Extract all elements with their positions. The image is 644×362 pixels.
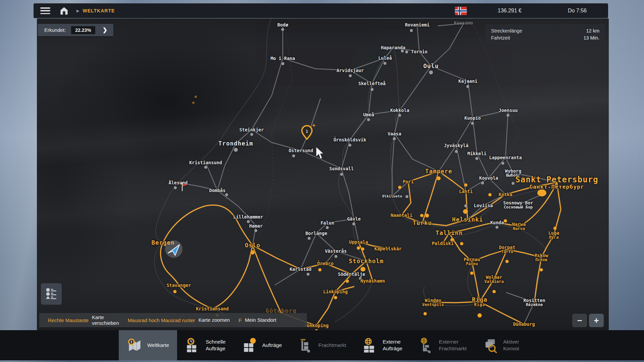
city-riga[interactable]: RigaRīga bbox=[472, 296, 487, 307]
city-label: Lappeenranta bbox=[489, 155, 522, 160]
city-kristiansund[interactable]: Kristiansund bbox=[189, 160, 222, 165]
city-tallinn[interactable]: Tallinn bbox=[436, 230, 463, 236]
nav-item-schnelle-auftrage[interactable]: Schnelle Aufträge bbox=[177, 330, 233, 360]
city-label: Steinkjer bbox=[239, 127, 264, 132]
city-lahti[interactable]: Lahti bbox=[459, 189, 473, 194]
city-trondheim[interactable]: Trondheim bbox=[218, 140, 253, 147]
city-loviisa[interactable]: Loviisa bbox=[474, 203, 493, 208]
city-label: Bodø bbox=[277, 22, 288, 27]
city-stockholm[interactable]: Stockholm bbox=[349, 258, 384, 264]
city-nynashamn[interactable]: Nynäshamn bbox=[360, 278, 385, 284]
route-info-panel: Streckenlänge12 kmFahrtzeit13 Min. bbox=[486, 24, 605, 45]
city-ostersund[interactable]: Östersund bbox=[288, 148, 313, 153]
nav-item-externer-frachtmarkt: Externer Frachtmarkt bbox=[411, 330, 475, 360]
city-mo-i-rana[interactable]: Mo i Rana bbox=[270, 56, 295, 61]
map-legend-button[interactable] bbox=[41, 283, 62, 305]
city-vasteras[interactable]: Västerås bbox=[325, 248, 346, 254]
world-map[interactable]: BodøMo i RanaRovaniemiKuusamoHaparandaTo… bbox=[37, 18, 609, 330]
city-windau[interactable]: WindauVentspils bbox=[422, 298, 444, 307]
city-rovaniemi[interactable]: Rovaniemi bbox=[405, 22, 429, 27]
city-pskow[interactable]: PskowПсков bbox=[535, 253, 548, 262]
city-pori[interactable]: Pori bbox=[403, 179, 414, 184]
city-kunda[interactable]: Kunda bbox=[490, 220, 504, 225]
city-kokkola[interactable]: Kokkola bbox=[390, 108, 410, 113]
city-dombas[interactable]: Dombås bbox=[209, 188, 226, 193]
city-rositten[interactable]: RosittenRēzekne bbox=[523, 298, 545, 307]
city-dorpat[interactable]: DorpatTartu bbox=[499, 245, 516, 254]
city-olkiluoto[interactable]: Olkiluoto bbox=[382, 194, 402, 198]
city-label: Linköping bbox=[323, 289, 347, 294]
city-sodertalje[interactable]: Södertälje bbox=[338, 272, 365, 277]
city-label: Oulu bbox=[423, 63, 439, 69]
nav-item-auftrage[interactable]: Aufträge bbox=[234, 330, 290, 360]
city-bodo[interactable]: Bodø bbox=[277, 22, 288, 27]
city-karlstad[interactable]: Karlstad bbox=[289, 266, 311, 272]
menu-button[interactable] bbox=[40, 7, 50, 14]
city-steinkjer[interactable]: Steinkjer bbox=[239, 127, 264, 132]
city-label: Lahti bbox=[459, 189, 473, 194]
city-orebro[interactable]: Örebro bbox=[317, 261, 334, 266]
city-label: Rovaniemi bbox=[405, 22, 429, 27]
city-sublabel: Сосновый Бор bbox=[503, 205, 533, 209]
city-uppsala[interactable]: Uppsala bbox=[349, 239, 368, 245]
city-dot bbox=[540, 268, 543, 272]
city-sosnowy-bor[interactable]: Sosnowy BorСосновый Бор bbox=[503, 200, 533, 209]
city-hamar[interactable]: Hamar bbox=[249, 223, 263, 229]
city-tampere[interactable]: Tampere bbox=[425, 168, 452, 175]
city-borlange[interactable]: Borlänge bbox=[305, 231, 327, 236]
zoom-in-button[interactable]: + bbox=[589, 314, 604, 327]
city-jyvaskyla[interactable]: Jyväskylä bbox=[444, 143, 468, 148]
city-lulea[interactable]: Luleå bbox=[378, 55, 392, 61]
city-dot bbox=[251, 250, 255, 255]
city-paldiski[interactable]: Paldiski bbox=[432, 241, 453, 246]
city-kajaani[interactable]: Kajaani bbox=[459, 78, 478, 84]
city-dunaburg[interactable]: Dünaburg bbox=[513, 321, 535, 327]
city-kapellskar[interactable]: Kapellskär bbox=[374, 246, 401, 251]
city-arvidsjaur[interactable]: Arvidsjaur bbox=[336, 68, 364, 73]
city-gavle[interactable]: Gävle bbox=[347, 216, 361, 222]
route-info-value: 12 km bbox=[586, 27, 600, 35]
city-vaasa[interactable]: Vaasa bbox=[388, 131, 401, 136]
nav-item-weltkarte[interactable]: Weltkarte bbox=[119, 330, 177, 360]
city-skelleftea[interactable]: Skellefteå bbox=[358, 81, 385, 86]
destination-pin[interactable]: 1 + bbox=[300, 124, 314, 140]
city-tornio[interactable]: Tornio bbox=[411, 49, 428, 54]
city-wolmar[interactable]: WolmarValmiera bbox=[484, 275, 504, 284]
city-dot bbox=[423, 312, 427, 315]
home-button[interactable] bbox=[59, 6, 69, 15]
city-narwa[interactable]: NarwaNarva bbox=[512, 222, 526, 231]
hint-key: Mausrad hoch Mausrad runter bbox=[128, 317, 195, 323]
city-naantali[interactable]: Naantali bbox=[390, 213, 412, 218]
city-label: Örnsköldsvik bbox=[333, 137, 366, 142]
city-ornskoldsvik[interactable]: Örnsköldsvik bbox=[333, 137, 366, 142]
city-kristiansand[interactable]: Kristiansand bbox=[196, 306, 229, 311]
player-arrow-icon bbox=[164, 239, 184, 259]
city-turku[interactable]: Turku bbox=[413, 220, 432, 226]
nav-item-label: Schnelle Aufträge bbox=[206, 339, 225, 352]
city-lillehammer[interactable]: Lillehammer bbox=[233, 214, 263, 220]
city-falun[interactable]: Falun bbox=[321, 220, 334, 226]
city-pernau[interactable]: PernauPärnu bbox=[464, 257, 480, 266]
city-kotka[interactable]: Kotka bbox=[499, 192, 513, 197]
city-oslo[interactable]: Oslo bbox=[245, 242, 260, 249]
city-jonkoping[interactable]: Jönköping bbox=[304, 323, 328, 328]
city-linkoping[interactable]: Linköping bbox=[323, 289, 347, 294]
city-umea[interactable]: Umeå bbox=[363, 112, 374, 117]
city-stavanger[interactable]: Stavanger bbox=[166, 283, 191, 288]
city-label: Kapellskär bbox=[374, 246, 401, 251]
city-lappeenranta[interactable]: Lappeenranta bbox=[489, 155, 522, 160]
city-luga[interactable]: LugaЛуга bbox=[548, 230, 559, 240]
city-helsinki[interactable]: Helsinki bbox=[452, 216, 483, 223]
city-sundsvall[interactable]: Sundsvall bbox=[329, 166, 354, 171]
city-mikkeli[interactable]: Mikkeli bbox=[468, 151, 487, 156]
city-sankt-petersburg[interactable]: Sankt PetersburgСанкт-Петербург bbox=[515, 175, 598, 190]
city-joensuu[interactable]: Joensuu bbox=[499, 108, 518, 113]
city-kouvola[interactable]: Kouvola bbox=[479, 175, 498, 181]
zoom-out-button[interactable]: − bbox=[572, 314, 587, 327]
zoom-controls: − + bbox=[572, 314, 604, 327]
city-oulu[interactable]: Oulu bbox=[423, 63, 439, 69]
nav-item-externe-auftrage[interactable]: Externe Aufträge bbox=[354, 330, 411, 360]
explored-expand-button[interactable]: ❯ bbox=[100, 26, 110, 34]
city-kuusamo[interactable]: Kuusamo bbox=[454, 20, 473, 25]
city-kuopio[interactable]: Kuopio bbox=[465, 115, 481, 121]
